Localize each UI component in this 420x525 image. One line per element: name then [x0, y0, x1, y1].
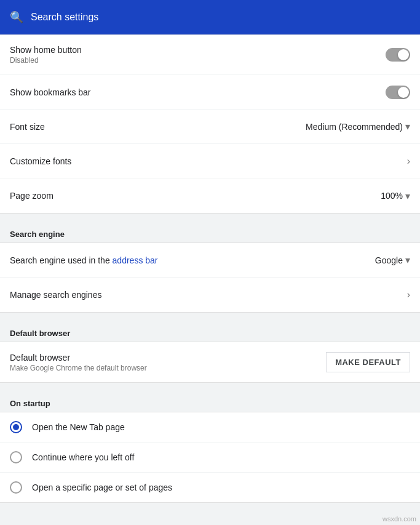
page-zoom-label: Page zoom [10, 191, 381, 201]
customize-fonts-label: Customize fonts [10, 156, 407, 166]
default-browser-sublabel: Make Google Chrome the default browser [10, 364, 326, 372]
show-home-button-sublabel: Disabled [10, 56, 386, 65]
radio-open-specific-row[interactable]: Open a specific page or set of pages [0, 473, 420, 502]
manage-search-engines-label: Manage search engines [10, 290, 407, 300]
default-browser-label: Default browser [10, 353, 326, 363]
customize-fonts-chevron: › [407, 156, 410, 167]
radio-open-new-tab-inner [13, 424, 19, 430]
header-title: Search settings [31, 12, 98, 23]
font-size-label: Font size [10, 122, 306, 132]
manage-search-engines-left: Manage search engines [10, 290, 407, 300]
on-startup-section-header: On startup [0, 393, 420, 412]
font-size-dropdown-arrow: ▾ [405, 121, 410, 132]
customize-fonts-left: Customize fonts [10, 156, 407, 166]
show-bookmarks-bar-right [386, 86, 410, 99]
show-home-button-left: Show home button Disabled [10, 45, 386, 65]
search-icon: 🔍 [10, 10, 23, 24]
page-zoom-dropdown[interactable]: 100% ▾ [381, 190, 410, 202]
gap-2 [0, 313, 420, 323]
search-engine-used-row: Search engine used in the address bar Go… [0, 243, 420, 278]
radio-open-specific-button[interactable] [10, 481, 22, 494]
settings-header: 🔍 Search settings [0, 0, 420, 34]
search-engine-card: Search engine used in the address bar Go… [0, 242, 420, 313]
watermark: wsxdn.com [382, 515, 416, 523]
font-size-right: Medium (Recommended) ▾ [306, 121, 410, 132]
manage-search-engines-chevron: › [407, 289, 410, 300]
page-zoom-row: Page zoom 100% ▾ [0, 178, 420, 213]
font-size-value: Medium (Recommended) [306, 122, 403, 132]
show-bookmarks-bar-row: Show bookmarks bar [0, 75, 420, 110]
search-engine-used-left: Search engine used in the address bar [10, 255, 375, 265]
show-bookmarks-bar-label: Show bookmarks bar [10, 87, 386, 97]
radio-continue-where-row[interactable]: Continue where you left off [0, 443, 420, 473]
default-browser-section-header: Default browser [0, 323, 420, 342]
page-zoom-value: 100% [381, 191, 403, 201]
manage-search-engines-row[interactable]: Manage search engines › [0, 278, 420, 312]
default-browser-left: Default browser Make Google Chrome the d… [10, 353, 326, 372]
make-default-button[interactable]: MAKE DEFAULT [326, 352, 410, 372]
show-bookmarks-bar-left: Show bookmarks bar [10, 87, 386, 97]
default-browser-row: Default browser Make Google Chrome the d… [0, 342, 420, 382]
search-engine-used-right: Google ▾ [375, 254, 410, 266]
page-zoom-right: 100% ▾ [381, 190, 410, 202]
page-zoom-dropdown-arrow: ▾ [405, 190, 410, 202]
advanced-footer: Advanced ▾ [0, 518, 420, 525]
customize-fonts-row[interactable]: Customize fonts › [0, 144, 420, 178]
default-browser-card: Default browser Make Google Chrome the d… [0, 342, 420, 383]
radio-open-new-tab-label: Open the New Tab page [32, 422, 125, 432]
radio-continue-where-label: Continue where you left off [32, 452, 134, 462]
radio-open-new-tab-button[interactable] [10, 421, 22, 433]
appearance-card: Show home button Disabled Show bookmarks… [0, 34, 420, 214]
radio-open-new-tab-row[interactable]: Open the New Tab page [0, 412, 420, 443]
show-home-button-right [386, 48, 410, 62]
font-size-dropdown[interactable]: Medium (Recommended) ▾ [306, 121, 410, 132]
search-engine-section-header: Search engine [0, 223, 420, 242]
search-engine-value: Google [375, 255, 403, 265]
manage-search-engines-right: › [407, 289, 410, 300]
address-bar-link[interactable]: address bar [113, 255, 158, 265]
font-size-row: Font size Medium (Recommended) ▾ [0, 110, 420, 144]
search-engine-used-label: Search engine used in the address bar [10, 255, 375, 265]
page-zoom-left: Page zoom [10, 191, 381, 201]
radio-open-specific-label: Open a specific page or set of pages [32, 483, 172, 492]
font-size-left: Font size [10, 122, 306, 132]
default-browser-right: MAKE DEFAULT [326, 352, 410, 372]
show-home-button-toggle[interactable] [386, 48, 410, 62]
radio-continue-where-button[interactable] [10, 451, 22, 463]
search-engine-dropdown-arrow: ▾ [405, 254, 410, 266]
show-home-button-label: Show home button [10, 45, 386, 55]
search-engine-dropdown[interactable]: Google ▾ [375, 254, 410, 266]
gap-4 [0, 503, 420, 518]
on-startup-card: Open the New Tab page Continue where you… [0, 412, 420, 503]
show-home-button-row: Show home button Disabled [0, 35, 420, 75]
gap-1 [0, 214, 420, 223]
customize-fonts-right: › [407, 156, 410, 167]
gap-3 [0, 383, 420, 393]
show-bookmarks-bar-toggle[interactable] [386, 86, 410, 99]
